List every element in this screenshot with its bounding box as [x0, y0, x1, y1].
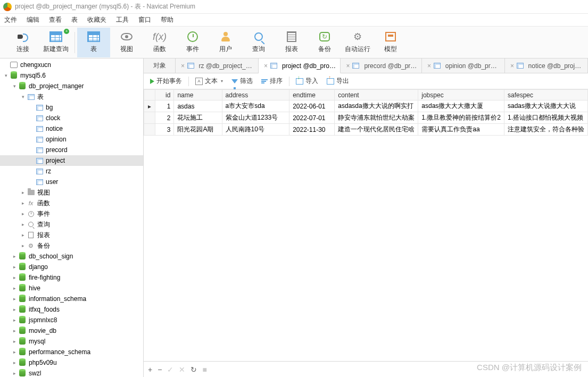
tab-1[interactable]: ×project @db_proje...	[259, 58, 341, 73]
close-icon[interactable]: ×	[264, 62, 268, 70]
menu-view[interactable]: 查看	[49, 15, 62, 24]
stop-button[interactable]: ■	[202, 365, 206, 374]
data-grid[interactable]: idnameaddressendtimecontentjobspecsafesp…	[144, 89, 588, 361]
menu-edit[interactable]: 编辑	[27, 15, 39, 24]
connection-tree[interactable]: chengxucn▾mysql5.6▾db_project_manger▾表bg…	[0, 58, 144, 377]
group-clock[interactable]: ▸事件	[0, 208, 143, 219]
row-header-corner	[144, 90, 155, 100]
twisty-icon: ▸	[11, 286, 18, 291]
tool-clock[interactable]: 事件	[176, 28, 209, 57]
col-id[interactable]: id	[155, 90, 174, 100]
database-performance_schema[interactable]: ▸performance_schema	[0, 347, 143, 357]
table-row[interactable]: ▸1asdasa市大安市sda2022-06-01asdasda撒大大说的啊实打…	[144, 100, 588, 112]
delete-row-button[interactable]: −	[158, 365, 162, 374]
col-name[interactable]: name	[174, 90, 222, 100]
database-information_schema[interactable]: ▸information_schema	[0, 294, 143, 304]
table-row[interactable]: 2花坛施工紫金山大道1233号2022-07-01静安寺浦东就怕世纪大劫案1.撒…	[144, 112, 588, 124]
table-row[interactable]: 3阳光花园A期人民南路10号2022-11-30建造一个现代化居民住宅啥需要认真…	[144, 124, 588, 136]
export-button[interactable]: 导出	[325, 76, 351, 87]
close-icon[interactable]: ×	[181, 62, 185, 70]
cancel-button[interactable]: ✕	[179, 365, 185, 374]
twisty-icon: ▸	[11, 307, 18, 312]
tab-0[interactable]: ×rz @db_project_ma...	[176, 58, 259, 73]
database-php5v09u[interactable]: ▸php5v09u	[0, 357, 143, 368]
database-movie_db[interactable]: ▸movie_db	[0, 325, 143, 336]
menu-window[interactable]: 窗口	[138, 15, 151, 24]
menu-tools[interactable]: 工具	[116, 15, 129, 24]
twisty-icon: ▸	[19, 200, 27, 206]
table-precord[interactable]: precord	[0, 145, 143, 155]
connection-node[interactable]: chengxucn	[0, 60, 143, 70]
auto-icon: ⚙	[351, 31, 365, 43]
database-hive[interactable]: ▸hive	[0, 283, 143, 294]
tab-objects[interactable]: 对象	[144, 58, 176, 73]
database-fire-fighting[interactable]: ▸fire-fighting	[0, 272, 143, 283]
group-search[interactable]: ▸查询	[0, 219, 143, 230]
tool-eye[interactable]: 视图	[110, 28, 143, 57]
database-jspmnlxc8[interactable]: ▸jspmnlxc8	[0, 315, 143, 325]
database-node[interactable]: ▾db_project_manger	[0, 81, 143, 91]
app-icon	[3, 3, 12, 11]
group-fx[interactable]: ▸fx函数	[0, 198, 143, 208]
col-jobspec[interactable]: jobspec	[418, 90, 504, 100]
close-icon[interactable]: ×	[346, 62, 350, 70]
begin-transaction-button[interactable]: 开始事务	[148, 76, 184, 87]
database-swzl[interactable]: ▸swzl	[0, 368, 143, 377]
tool-report[interactable]: 报表	[275, 28, 308, 57]
model-icon	[384, 31, 397, 43]
menu-table[interactable]: 表	[71, 15, 78, 24]
database-db_school_sign[interactable]: ▸db_school_sign	[0, 251, 143, 262]
table-opinion[interactable]: opinion	[0, 134, 143, 145]
refresh-button[interactable]: ↻	[191, 365, 197, 374]
close-icon[interactable]: ×	[427, 62, 431, 70]
menu-favorites[interactable]: 收藏夹	[87, 15, 106, 24]
tables-group[interactable]: ▾表	[0, 91, 143, 102]
database-django[interactable]: ▸django	[0, 262, 143, 272]
table-notice[interactable]: notice	[0, 123, 143, 134]
table-rz[interactable]: rz	[0, 166, 143, 177]
apply-button[interactable]: ✓	[167, 365, 173, 374]
tool-fx[interactable]: f(x)函数	[143, 28, 176, 57]
twisty-icon: ▸	[11, 317, 18, 323]
tool-model[interactable]: 模型	[374, 28, 407, 57]
group-doc[interactable]: ▸报表	[0, 230, 143, 240]
menu-help[interactable]: 帮助	[161, 15, 173, 24]
table-project[interactable]: project	[0, 155, 143, 166]
twisty-icon: ▸	[11, 339, 18, 344]
menu-file[interactable]: 文件	[4, 15, 17, 24]
table-clock[interactable]: clock	[0, 113, 143, 123]
server-node[interactable]: ▾mysql5.6	[0, 70, 143, 81]
filter-button[interactable]: 筛选	[229, 76, 255, 87]
database-mysql[interactable]: ▸mysql	[0, 336, 143, 347]
table-user[interactable]: user	[0, 177, 143, 187]
group-folder[interactable]: ▸视图	[0, 187, 143, 198]
tool-big-tbl[interactable]: 表	[77, 28, 110, 57]
database-itfxq_foods[interactable]: ▸itfxq_foods	[0, 304, 143, 315]
tool-plug[interactable]: 连接	[6, 28, 39, 57]
tab-4[interactable]: ×notice @db_project...	[505, 58, 588, 73]
grid-footer: + − ✓ ✕ ↻ ■	[144, 361, 588, 377]
tool-person[interactable]: 用户	[209, 28, 242, 57]
tool-auto[interactable]: ⚙自动运行	[341, 28, 374, 57]
tool-tbl-plus[interactable]: +新建查询	[39, 28, 72, 57]
play-icon	[150, 79, 154, 84]
report-icon	[285, 31, 299, 43]
search-icon	[252, 31, 266, 43]
col-safespec[interactable]: safespec	[504, 90, 587, 100]
import-button[interactable]: 导入	[294, 76, 320, 87]
add-row-button[interactable]: +	[148, 365, 152, 374]
col-endtime[interactable]: endtime	[289, 90, 335, 100]
close-icon[interactable]: ×	[510, 62, 514, 70]
tab-3[interactable]: ×opinion @db_proje...	[422, 58, 505, 73]
tool-search[interactable]: 查询	[242, 28, 275, 57]
twisty-icon: ▸	[19, 222, 27, 227]
tool-backup[interactable]: 备份	[308, 28, 341, 57]
sort-button[interactable]: 排序	[259, 76, 285, 87]
col-content[interactable]: content	[335, 90, 418, 100]
group-gear[interactable]: ▸⚙备份	[0, 240, 143, 251]
text-view-button[interactable]: A文本▾	[193, 76, 225, 87]
tab-2[interactable]: ×precord @db_proj...	[341, 58, 422, 73]
table-bg[interactable]: bg	[0, 102, 143, 113]
sort-icon	[261, 79, 268, 83]
col-address[interactable]: address	[222, 90, 289, 100]
